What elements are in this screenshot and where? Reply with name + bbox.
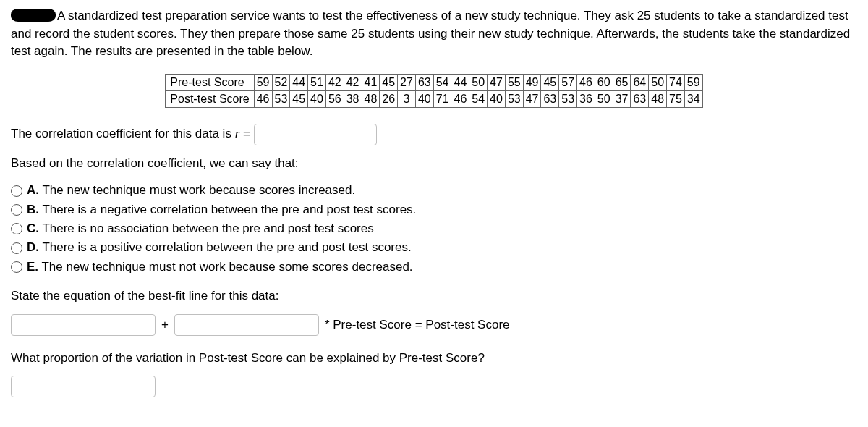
- pre-cell: 44: [451, 74, 469, 90]
- pre-cell: 59: [254, 74, 272, 90]
- pre-cell: 42: [326, 74, 344, 90]
- option-d[interactable]: D. There is a positive correlation betwe…: [11, 238, 857, 257]
- radio-icon[interactable]: [11, 185, 22, 197]
- post-cell: 40: [308, 90, 326, 107]
- data-table: Pre-test Score 59 52 44 51 42 42 41 45 2…: [165, 74, 702, 108]
- correlation-line: The correlation coefficient for this dat…: [11, 124, 857, 145]
- pre-cell: 63: [415, 74, 433, 90]
- post-cell: 46: [451, 90, 469, 107]
- post-cell: 53: [272, 90, 290, 107]
- intercept-input[interactable]: [11, 314, 156, 336]
- option-e[interactable]: E. The new technique must not work becau…: [11, 258, 857, 276]
- slope-input[interactable]: [174, 314, 319, 336]
- pre-cell: 74: [667, 74, 685, 90]
- data-table-container: Pre-test Score 59 52 44 51 42 42 41 45 2…: [11, 74, 857, 108]
- pre-cell: 55: [505, 74, 523, 90]
- pre-cell: 54: [433, 74, 451, 90]
- post-cell: 75: [667, 90, 685, 107]
- pre-cell: 52: [272, 74, 290, 90]
- pre-cell: 46: [577, 74, 595, 90]
- post-cell: 56: [326, 90, 344, 107]
- pre-cell: 45: [541, 74, 559, 90]
- post-row: Post-test Score 46 53 45 40 56 38 48 26 …: [166, 90, 702, 107]
- option-label: D. There is a positive correlation betwe…: [27, 238, 412, 257]
- post-cell: 26: [380, 90, 398, 107]
- option-label: A. The new technique must work because s…: [27, 181, 355, 200]
- post-cell: 63: [631, 90, 649, 107]
- option-label: B. There is a negative correlation betwe…: [27, 200, 416, 219]
- proportion-input-row: [11, 376, 857, 397]
- option-b[interactable]: B. There is a negative correlation betwe…: [11, 200, 857, 219]
- plus-sign: +: [161, 318, 169, 332]
- pre-cell: 49: [523, 74, 541, 90]
- pre-cell: 50: [649, 74, 667, 90]
- correlation-input[interactable]: [254, 124, 377, 145]
- post-cell: 54: [469, 90, 488, 107]
- radio-icon[interactable]: [11, 204, 22, 216]
- r-symbol: r: [235, 127, 240, 140]
- post-cell: 53: [505, 90, 523, 107]
- pre-cell: 42: [344, 74, 362, 90]
- pre-cell: 60: [595, 74, 613, 90]
- intro-text: A standardized test preparation service …: [11, 9, 850, 58]
- pre-cell: 45: [380, 74, 398, 90]
- pre-cell: 51: [308, 74, 326, 90]
- option-a[interactable]: A. The new technique must work because s…: [11, 181, 857, 200]
- pre-cell: 47: [488, 74, 506, 90]
- pre-label: Pre-test Score: [166, 74, 254, 90]
- post-cell: 46: [254, 90, 272, 107]
- radio-icon[interactable]: [11, 223, 22, 234]
- post-cell: 40: [488, 90, 506, 107]
- post-cell: 36: [577, 90, 595, 107]
- corr-prefix: The correlation coefficient for this dat…: [11, 127, 235, 140]
- post-cell: 53: [559, 90, 577, 107]
- post-cell: 45: [290, 90, 308, 107]
- based-on-line: Based on the correlation coefficient, we…: [11, 154, 857, 173]
- post-cell: 50: [595, 90, 613, 107]
- proportion-input[interactable]: [11, 376, 156, 397]
- post-cell: 48: [362, 90, 380, 107]
- post-cell: 37: [613, 90, 631, 107]
- post-cell: 63: [541, 90, 559, 107]
- equation-row: + * Pre-test Score = Post-test Score: [11, 314, 857, 336]
- radio-icon[interactable]: [11, 242, 22, 254]
- pre-cell: 64: [631, 74, 649, 90]
- bestfit-prompt: State the equation of the best-fit line …: [11, 287, 857, 305]
- problem-intro: A standardized test preparation service …: [11, 7, 857, 61]
- post-cell: 40: [415, 90, 433, 107]
- post-cell: 34: [684, 90, 702, 107]
- pre-cell: 57: [559, 74, 577, 90]
- pre-cell: 59: [684, 74, 702, 90]
- option-label: E. The new technique must not work becau…: [27, 258, 413, 276]
- pre-row: Pre-test Score 59 52 44 51 42 42 41 45 2…: [166, 74, 702, 90]
- post-cell: 38: [344, 90, 362, 107]
- post-cell: 47: [523, 90, 541, 107]
- post-cell: 48: [649, 90, 667, 107]
- proportion-prompt: What proportion of the variation in Post…: [11, 349, 857, 368]
- equals: =: [243, 127, 254, 140]
- option-c[interactable]: C. There is no association between the p…: [11, 219, 857, 238]
- equation-suffix: * Pre-test Score = Post-test Score: [325, 318, 510, 332]
- option-label: C. There is no association between the p…: [27, 219, 374, 238]
- post-cell: 71: [433, 90, 451, 107]
- radio-icon[interactable]: [11, 261, 22, 273]
- redacted-mark: [11, 9, 56, 22]
- options-group: A. The new technique must work because s…: [11, 181, 857, 276]
- pre-cell: 65: [613, 74, 631, 90]
- pre-cell: 41: [362, 74, 380, 90]
- pre-cell: 27: [398, 74, 416, 90]
- post-label: Post-test Score: [166, 90, 254, 107]
- pre-cell: 44: [290, 74, 308, 90]
- pre-cell: 50: [469, 74, 488, 90]
- post-cell: 3: [398, 90, 416, 107]
